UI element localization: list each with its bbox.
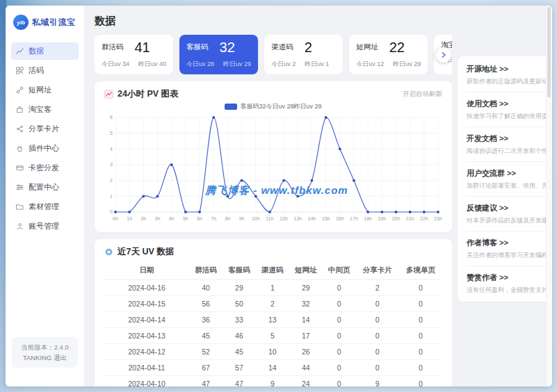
table-header-cell: 中间页 <box>323 261 356 280</box>
svg-text:13h: 13h <box>293 216 302 221</box>
stat-today-uv: 今日uv 12 <box>356 60 384 69</box>
table-header-cell: 群活码 <box>189 261 223 280</box>
logout-link[interactable]: 退出 <box>54 354 67 361</box>
table-cell: 0 <box>399 312 442 328</box>
table-row: 2024-04-1436331314000 <box>104 312 442 328</box>
table-cell: 0 <box>399 360 442 376</box>
table-cell: 5 <box>256 328 289 344</box>
sidebar-item-label: 插件中心 <box>29 143 59 154</box>
sidebar-item-short-url[interactable]: 短网址 <box>11 81 79 99</box>
table-cell: 0 <box>356 296 399 312</box>
svg-text:12h: 12h <box>280 216 288 221</box>
svg-text:6h: 6h <box>197 216 202 221</box>
help-link-dev-doc[interactable]: 开发文档 >>阅读协议进行二次开发和个性化… <box>466 127 552 162</box>
table-cell: 2024-04-13 <box>104 328 189 344</box>
help-link-author-blog[interactable]: 作者博客 >>关注作者的博客学习开发编程… <box>466 231 552 266</box>
table-cell: 10 <box>256 344 289 360</box>
sidebar-item-label: 配置中心 <box>29 182 59 193</box>
stat-today-uv: 今日uv 2 <box>271 60 296 69</box>
stat-card-value: 41 <box>135 40 150 54</box>
stat-card-channel-code[interactable]: 渠道码2今日uv 2昨日uv 1 <box>264 35 343 74</box>
help-link-desc: 加群讨论部署安装、使用、开… <box>467 181 552 190</box>
table-cell: 0 <box>356 360 399 376</box>
stat-cards-row: 群活码41今日uv 34昨日uv 40客服码32今日uv 28昨日uv 29渠道… <box>95 35 452 74</box>
app-window: ylb 私域引流宝 数据活码短网址淘宝客分享卡片插件中心卡密分发配置中心素材管理… <box>6 6 552 386</box>
stat-card-group-code[interactable]: 群活码41今日uv 34昨日uv 40 <box>95 35 173 74</box>
sidebar-item-label: 账号管理 <box>29 221 59 231</box>
table-cell: 46 <box>223 328 256 344</box>
table-header-cell: 多境单页 <box>399 261 442 280</box>
svg-text:2h: 2h <box>140 216 146 221</box>
stat-yesterday-uv: 昨日uv 29 <box>223 60 251 69</box>
main-content: 数据 群活码41今日uv 34昨日uv 40客服码32今日uv 28昨日uv 2… <box>84 6 547 386</box>
version-label: 当前版本：2.4.0 <box>14 342 76 352</box>
help-link-desc: 获取作者的正版源码及更新动… <box>467 77 552 86</box>
scrollbar-thumb[interactable] <box>547 7 551 97</box>
table-cell: 52 <box>189 344 223 360</box>
svg-text:19h: 19h <box>378 216 386 221</box>
help-link-title: 赞赏作者 >> <box>467 272 552 283</box>
help-link-title: 开发文档 >> <box>467 133 552 144</box>
table-cell: 36 <box>189 312 223 328</box>
table-cell: 9 <box>356 376 399 387</box>
table-cell: 40 <box>189 280 223 296</box>
sidebar-item-card-key[interactable]: 卡密分发 <box>11 159 79 177</box>
uv-data-table: 日期群活码客服码渠道码短网址中间页分享卡片多境单页 2024-04-164029… <box>104 261 442 386</box>
help-link-open-source[interactable]: 开源地址 >>获取作者的正版源码及更新动… <box>466 58 552 92</box>
settings-icon <box>16 183 24 191</box>
user-icon <box>16 222 24 230</box>
table-cell: 0 <box>399 344 442 360</box>
help-link-user-group[interactable]: 用户交流群 >>加群讨论部署安装、使用、开… <box>466 162 552 197</box>
table-cell: 56 <box>189 296 223 312</box>
brand: ylb 私域引流宝 <box>6 6 84 40</box>
table-row: 2024-04-155650232000 <box>104 296 442 312</box>
svg-text:3: 3 <box>110 162 113 167</box>
stat-card-label: 短网址 <box>356 42 378 52</box>
author-link[interactable]: TANKING <box>23 354 52 361</box>
table-cell: 2 <box>256 296 289 312</box>
svg-text:6: 6 <box>110 115 113 120</box>
help-link-feedback[interactable]: 反馈建议 >>对本开源作品的反馈及开发建… <box>466 197 552 231</box>
pv-chart-panel: 24小时 PV 图表 开启自动刷新 客服码32今日uv 28昨日uv 29 01… <box>95 81 452 232</box>
table-cell: 44 <box>289 360 323 376</box>
svg-text:4h: 4h <box>169 216 175 221</box>
plugin-icon <box>16 145 24 152</box>
stat-card-service-code[interactable]: 客服码32今日uv 28昨日uv 29 <box>179 35 258 74</box>
table-row: 2024-04-164029129020 <box>104 280 442 296</box>
sidebar-item-label: 卡密分发 <box>29 163 59 173</box>
stat-card-short-url[interactable]: 短网址22今日uv 12昨日uv 29 <box>349 35 428 74</box>
svg-text:18h: 18h <box>364 216 372 221</box>
table-cell: 29 <box>223 280 256 296</box>
folder-icon <box>16 203 24 211</box>
line-chart-icon <box>16 47 24 55</box>
sidebar-item-data[interactable]: 数据 <box>11 42 79 60</box>
stat-card-value: 32 <box>220 40 235 54</box>
help-link-usage-doc[interactable]: 使用文档 >>快速学习和了解正确的使用姿… <box>466 92 552 127</box>
sidebar-item-label: 淘宝客 <box>29 104 51 115</box>
sidebar-item-live-code[interactable]: 活码 <box>11 62 79 79</box>
sidebar-item-share-card[interactable]: 分享卡片 <box>11 120 79 138</box>
chart-legend[interactable]: 客服码32今日uv 28昨日uv 29 <box>104 102 442 111</box>
table-body: 2024-04-1640291290202024-04-155650232000… <box>104 280 442 387</box>
sidebar-item-material[interactable]: 素材管理 <box>11 198 79 215</box>
stat-today-uv: 今日uv 28 <box>186 60 214 69</box>
table-cell: 0 <box>323 328 356 344</box>
cards-next-button[interactable] <box>436 47 451 63</box>
auto-refresh-toggle[interactable]: 开启自动刷新 <box>403 90 442 99</box>
sidebar-item-config-center[interactable]: 配置中心 <box>11 179 79 196</box>
table-cell: 0 <box>323 280 356 296</box>
table-cell: 50 <box>223 296 256 312</box>
pv-line-chart: 01234560h1h2h3h4h5h6h7h8h9h10h11h12h13h1… <box>104 113 442 227</box>
table-cell: 29 <box>289 280 323 296</box>
help-link-desc: 阅读协议进行二次开发和个性化… <box>467 147 552 156</box>
table-cell: 13 <box>256 312 289 328</box>
sidebar-item-account[interactable]: 账号管理 <box>11 218 79 235</box>
svg-text:0: 0 <box>110 209 113 214</box>
stat-card-value: 22 <box>389 40 405 54</box>
table-cell: 0 <box>356 344 399 360</box>
sidebar-item-taobao[interactable]: 淘宝客 <box>11 101 79 118</box>
help-link-donate[interactable]: 赞赏作者 >>没有任何盈利，金额赞赏支持… <box>466 266 552 300</box>
table-cell: 0 <box>323 376 356 387</box>
sidebar-item-plugin-center[interactable]: 插件中心 <box>11 140 79 157</box>
table-cell: 26 <box>289 344 323 360</box>
